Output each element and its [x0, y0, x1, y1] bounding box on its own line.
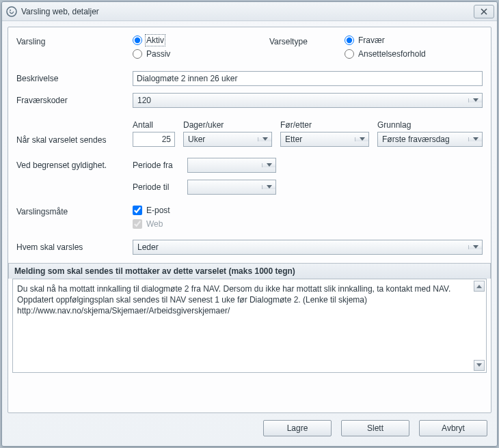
hvem-select[interactable]: Leder	[133, 240, 483, 255]
close-icon	[481, 8, 487, 15]
chevron-down-icon	[468, 98, 482, 102]
label-varslingsmaate: Varslingsmåte	[16, 206, 133, 216]
chevron-down-icon	[258, 137, 271, 141]
dialog-window: Varsling web, detaljer Varsling Aktiv Pa…	[1, 1, 498, 447]
fravaerskoder-value: 120	[133, 96, 468, 105]
dager-uker-value: Uker	[184, 135, 258, 144]
grunnlag-select[interactable]: Første fraværsdag	[377, 132, 483, 147]
button-row: Lagre Slett Avbryt	[8, 413, 491, 440]
varsling-radio-group: Aktiv Passiv	[133, 36, 269, 59]
window-title: Varsling web, detaljer	[21, 7, 474, 16]
label-ved-begrenset: Ved begrenset gyldighet.	[16, 160, 133, 170]
dager-uker-select[interactable]: Uker	[183, 132, 272, 147]
periode-til-select[interactable]	[187, 180, 276, 195]
app-icon	[6, 6, 17, 17]
check-web-label: Web	[146, 219, 163, 229]
chevron-down-icon	[262, 163, 275, 167]
melding-section-header: Melding som skal sendes til mottaker av …	[8, 263, 491, 279]
label-periode-til: Periode til	[133, 182, 187, 192]
chevron-down-icon	[468, 137, 482, 141]
hvem-value: Leder	[133, 242, 468, 252]
svg-point-1	[10, 10, 11, 11]
col-antall: Antall	[133, 120, 175, 130]
chevron-down-icon	[262, 185, 275, 189]
label-fravaerskoder: Fraværskoder	[16, 96, 133, 105]
radio-fravaer-label: Fravær	[358, 36, 385, 45]
antall-input[interactable]	[133, 132, 175, 147]
check-epost-label: E-post	[146, 206, 170, 215]
chevron-down-icon	[468, 245, 482, 249]
close-button[interactable]	[474, 5, 494, 18]
radio-aktiv[interactable]: Aktiv	[133, 36, 269, 45]
grunnlag-value: Første fraværsdag	[378, 135, 468, 144]
slett-button[interactable]: Slett	[341, 420, 409, 436]
beskrivelse-input[interactable]	[133, 71, 483, 86]
lagre-button[interactable]: Lagre	[263, 420, 332, 436]
label-varsling: Varsling	[16, 36, 133, 46]
scroll-up-button[interactable]	[474, 281, 485, 292]
varseltype-radio-group: Fravær Ansettelsesforhold	[345, 36, 426, 59]
col-foer-etter: Før/etter	[280, 120, 369, 130]
chevron-down-icon	[355, 137, 368, 141]
radio-fravaer[interactable]: Fravær	[345, 36, 426, 45]
form-panel: Varsling Aktiv Passiv Varseltype Fravær …	[8, 27, 491, 413]
scroll-down-button[interactable]	[474, 360, 485, 371]
fravaerskoder-select[interactable]: 120	[133, 93, 483, 108]
radio-passiv-label: Passiv	[146, 49, 170, 59]
radio-passiv[interactable]: Passiv	[133, 49, 269, 59]
foer-etter-select[interactable]: Etter	[280, 132, 369, 147]
col-dager-uker: Dager/uker	[183, 120, 272, 130]
melding-textarea[interactable]: Du skal nå ha mottatt innkalling til dia…	[12, 279, 487, 373]
radio-ansettelse[interactable]: Ansettelsesforhold	[345, 49, 426, 59]
label-naar-sendes: Når skal varselet sendes	[16, 135, 133, 147]
chevron-up-icon	[476, 284, 482, 288]
label-periode-fra: Periode fra	[133, 160, 187, 170]
svg-point-0	[7, 7, 16, 16]
label-beskrivelse: Beskrivelse	[16, 74, 133, 83]
titlebar: Varsling web, detaljer	[2, 2, 497, 21]
radio-aktiv-label: Aktiv	[146, 36, 164, 45]
col-grunnlag: Grunnlag	[377, 120, 483, 130]
chevron-down-icon	[476, 363, 482, 367]
foer-etter-value: Etter	[281, 135, 355, 144]
label-varseltype: Varseltype	[269, 36, 345, 46]
check-epost[interactable]: E-post	[133, 206, 170, 215]
melding-text: Du skal nå ha mottatt innkalling til dia…	[17, 283, 482, 317]
radio-ansettelse-label: Ansettelsesforhold	[358, 49, 426, 59]
periode-fra-select[interactable]	[187, 158, 276, 173]
label-hvem: Hvem skal varsles	[16, 242, 133, 252]
content-area: Varsling Aktiv Passiv Varseltype Fravær …	[2, 21, 497, 446]
avbryt-button[interactable]: Avbryt	[419, 420, 487, 436]
check-web: Web	[133, 219, 170, 229]
